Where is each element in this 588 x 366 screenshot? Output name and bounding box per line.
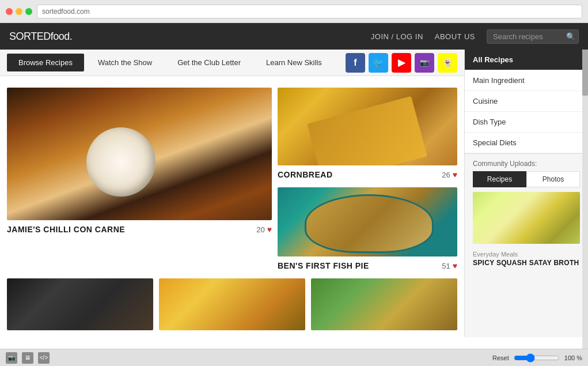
instagram-icon[interactable]: 📷 bbox=[415, 53, 434, 73]
bottom-image-3 bbox=[311, 278, 457, 330]
camera-icon[interactable]: 📷 bbox=[6, 352, 17, 364]
nav-bar: Browse Recipes Watch the Show Get the Cl… bbox=[0, 50, 464, 76]
featured-recipe[interactable]: JAMIE'S CHILLI CON CARNE 20 ♥ bbox=[7, 88, 272, 273]
bottom-recipe-2[interactable] bbox=[159, 278, 305, 330]
fishpie-title: BEN'S FIRST FISH PIE bbox=[278, 261, 369, 270]
reset-button[interactable]: Reset bbox=[492, 354, 509, 361]
heart-icon-2: ♥ bbox=[453, 170, 457, 179]
fishpie-image bbox=[278, 187, 457, 256]
bottom-image-1 bbox=[7, 278, 153, 330]
youtube-icon[interactable]: ▶ bbox=[392, 53, 411, 73]
maximize-button[interactable] bbox=[25, 8, 32, 15]
community-label: Community Uploads: bbox=[473, 160, 537, 168]
sidebar-menu: All Recipes Main Ingredient Cuisine Dish… bbox=[465, 50, 588, 153]
fishpie-info: BEN'S FIRST FISH PIE 51 ♥ bbox=[278, 256, 457, 273]
bottom-recipe-3[interactable] bbox=[311, 278, 457, 330]
search-input[interactable] bbox=[487, 29, 579, 44]
bottom-recipe-1[interactable] bbox=[7, 278, 153, 330]
featured-recipe-title: JAMIE'S CHILLI CON CARNE bbox=[7, 225, 125, 234]
address-bar[interactable]: sortedfood.com bbox=[37, 5, 582, 18]
snapchat-icon[interactable]: 👻 bbox=[438, 53, 457, 73]
featured-recipe-image bbox=[7, 88, 272, 220]
community-tabs: Recipes Photos bbox=[473, 171, 580, 187]
site-logo[interactable]: SORTEDfood. bbox=[9, 31, 72, 43]
featured-recipe-info: JAMIE'S CHILLI CON CARNE 20 ♥ bbox=[7, 220, 272, 236]
browse-recipes-button[interactable]: Browse Recipes bbox=[7, 54, 84, 71]
site-header: SORTEDfood. JOIN / LOG IN ABOUT US 🔍 bbox=[0, 23, 588, 50]
about-us-link[interactable]: ABOUT US bbox=[435, 32, 475, 41]
fishpie-likes-count: 51 bbox=[442, 262, 450, 270]
sidebar-item-cuisine[interactable]: Cuisine bbox=[465, 91, 588, 112]
heart-icon-3: ♥ bbox=[453, 261, 457, 270]
window-controls bbox=[6, 8, 32, 15]
cornbread-title: CORNBREAD bbox=[278, 170, 333, 179]
join-login-link[interactable]: JOIN / LOG IN bbox=[371, 32, 423, 41]
sidebar: All Recipes Main Ingredient Cuisine Dish… bbox=[464, 50, 588, 337]
watch-show-button[interactable]: Watch the Show bbox=[86, 54, 164, 71]
fishpie-recipe[interactable]: BEN'S FIRST FISH PIE 51 ♥ bbox=[278, 187, 457, 273]
header-navigation: JOIN / LOG IN ABOUT US bbox=[371, 32, 475, 41]
bottom-toolbar: 📷 🖥 </> Reset 100 % bbox=[0, 349, 588, 366]
heart-icon: ♥ bbox=[267, 225, 272, 234]
cornbread-info: CORNBREAD 26 ♥ bbox=[278, 165, 457, 182]
search-icon[interactable]: 🔍 bbox=[566, 32, 575, 41]
twitter-icon[interactable]: 🐦 bbox=[369, 53, 388, 73]
cornbread-likes: 26 ♥ bbox=[442, 170, 457, 179]
minimize-button[interactable] bbox=[16, 8, 22, 15]
close-button[interactable] bbox=[6, 8, 13, 15]
community-tab-photos[interactable]: Photos bbox=[526, 171, 580, 187]
community-recipe-info: Everyday Meals SPICY SQUASH SATAY BROTH bbox=[465, 248, 588, 271]
fishpie-likes: 51 ♥ bbox=[442, 261, 457, 270]
community-category: Everyday Meals bbox=[473, 251, 580, 258]
page-wrapper: SORTEDfood. JOIN / LOG IN ABOUT US 🔍 Bro… bbox=[0, 23, 588, 366]
sidebar-item-all-recipes[interactable]: All Recipes bbox=[465, 50, 588, 70]
featured-likes-count: 20 bbox=[256, 225, 264, 234]
zoom-slider[interactable] bbox=[514, 353, 560, 363]
monitor-icon[interactable]: 🖥 bbox=[22, 352, 33, 364]
community-uploads-section: Community Uploads: bbox=[465, 153, 588, 171]
browser-chrome: sortedfood.com bbox=[0, 0, 588, 23]
community-tab-recipes[interactable]: Recipes bbox=[473, 171, 526, 187]
facebook-icon[interactable]: f bbox=[346, 53, 365, 73]
search-box: 🔍 bbox=[487, 29, 579, 44]
zoom-level: 100 % bbox=[564, 354, 582, 361]
learn-skills-button[interactable]: Learn New Skills bbox=[255, 54, 333, 71]
get-club-letter-button[interactable]: Get the Club Letter bbox=[166, 54, 252, 71]
community-featured-image[interactable] bbox=[473, 192, 580, 244]
main-content: Browse Recipes Watch the Show Get the Cl… bbox=[0, 50, 588, 337]
scrollbar[interactable] bbox=[582, 50, 588, 349]
sidebar-item-special-diets[interactable]: Special Diets bbox=[465, 133, 588, 153]
social-icons: f 🐦 ▶ 📷 👻 bbox=[346, 53, 457, 73]
bottom-image-2 bbox=[159, 278, 305, 330]
logo-text: SORTEDfood. bbox=[9, 31, 72, 42]
recipes-grid: Browse Recipes Watch the Show Get the Cl… bbox=[0, 50, 464, 337]
sidebar-item-dish-type[interactable]: Dish Type bbox=[465, 112, 588, 133]
featured-recipe-likes: 20 ♥ bbox=[256, 225, 272, 234]
cornbread-recipe[interactable]: CORNBREAD 26 ♥ bbox=[278, 88, 457, 182]
cornbread-image bbox=[278, 88, 457, 165]
code-icon[interactable]: </> bbox=[38, 352, 50, 364]
sidebar-item-main-ingredient[interactable]: Main Ingredient bbox=[465, 70, 588, 91]
community-image-bg bbox=[473, 192, 580, 244]
recipes-right-column: CORNBREAD 26 ♥ BEN'S FIRST FISH PIE bbox=[278, 88, 457, 273]
bottom-recipes-row bbox=[7, 278, 457, 330]
community-title: SPICY SQUASH SATAY BROTH bbox=[473, 259, 580, 267]
scrollbar-thumb[interactable] bbox=[582, 50, 588, 96]
cornbread-likes-count: 26 bbox=[442, 171, 450, 179]
